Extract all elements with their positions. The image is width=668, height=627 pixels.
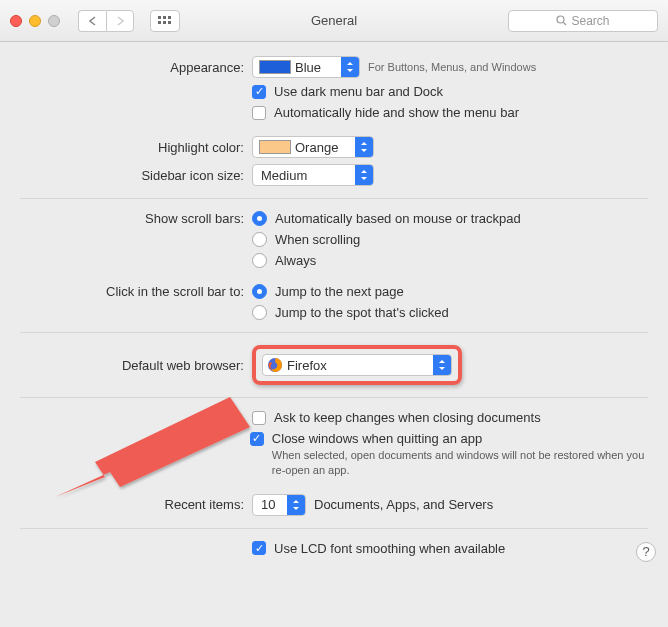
minimize-button[interactable] [29,15,41,27]
svg-rect-1 [163,16,166,19]
forward-button[interactable] [106,10,134,32]
ask-keep-changes-checkbox[interactable] [252,411,266,425]
scroll-when-radio[interactable] [252,232,267,247]
ask-keep-changes-label: Ask to keep changes when closing documen… [274,410,541,425]
svg-rect-4 [163,21,166,24]
appearance-swatch [259,60,291,74]
highlight-value: Orange [291,140,362,155]
highlight-swatch [259,140,291,154]
recent-items-suffix: Documents, Apps, and Servers [314,497,493,512]
svg-point-6 [557,16,564,23]
titlebar: General Search [0,0,668,42]
preferences-content: Appearance: Blue For Buttons, Menus, and… [0,42,668,572]
firefox-icon [267,357,283,373]
default-browser-label: Default web browser: [20,358,252,373]
help-button[interactable]: ? [636,542,656,562]
autohide-menubar-label: Automatically hide and show the menu bar [274,105,519,120]
divider [20,528,648,529]
dark-menubar-checkbox[interactable] [252,85,266,99]
appearance-hint: For Buttons, Menus, and Windows [368,61,536,73]
back-button[interactable] [78,10,106,32]
chevron-updown-icon [433,355,451,375]
chevron-updown-icon [341,57,359,77]
close-windows-hint: When selected, open documents and window… [272,448,648,478]
divider [20,332,648,333]
sidebar-size-select[interactable]: Medium [252,164,374,186]
chevron-updown-icon [287,495,305,515]
svg-rect-5 [168,21,171,24]
window-controls [10,15,60,27]
divider [20,198,648,199]
search-icon [556,15,567,26]
default-browser-select[interactable]: Firefox [262,354,452,376]
close-windows-label: Close windows when quitting an app [272,431,482,446]
chevron-updown-icon [355,165,373,185]
svg-rect-3 [158,21,161,24]
svg-rect-2 [168,16,171,19]
close-windows-checkbox[interactable] [250,432,264,446]
zoom-button[interactable] [48,15,60,27]
scroll-when-label: When scrolling [275,232,360,247]
search-placeholder: Search [571,14,609,28]
scroll-auto-label: Automatically based on mouse or trackpad [275,211,521,226]
scroll-auto-radio[interactable] [252,211,267,226]
highlight-label: Highlight color: [20,140,252,155]
show-all-button[interactable] [150,10,180,32]
scroll-always-label: Always [275,253,316,268]
close-button[interactable] [10,15,22,27]
lcd-smoothing-checkbox[interactable] [252,541,266,555]
scroll-always-radio[interactable] [252,253,267,268]
sidebar-size-value: Medium [253,168,331,183]
annotation-highlight: Firefox [252,345,462,385]
appearance-label: Appearance: [20,60,252,75]
lcd-smoothing-label: Use LCD font smoothing when available [274,541,505,556]
click-jump-spot-label: Jump to the spot that's clicked [275,305,449,320]
chevron-updown-icon [355,137,373,157]
sidebar-size-label: Sidebar icon size: [20,168,252,183]
scrollbars-label: Show scroll bars: [20,211,252,226]
appearance-value: Blue [291,60,345,75]
click-jump-next-label: Jump to the next page [275,284,404,299]
search-field[interactable]: Search [508,10,658,32]
click-scroll-label: Click in the scroll bar to: [20,284,252,299]
click-jump-next-radio[interactable] [252,284,267,299]
recent-items-label: Recent items: [20,497,252,512]
highlight-select[interactable]: Orange [252,136,374,158]
appearance-select[interactable]: Blue [252,56,360,78]
dark-menubar-label: Use dark menu bar and Dock [274,84,443,99]
svg-line-7 [564,23,567,26]
click-jump-spot-radio[interactable] [252,305,267,320]
default-browser-value: Firefox [287,358,351,373]
recent-items-select[interactable]: 10 [252,494,306,516]
svg-rect-0 [158,16,161,19]
divider [20,397,648,398]
autohide-menubar-checkbox[interactable] [252,106,266,120]
